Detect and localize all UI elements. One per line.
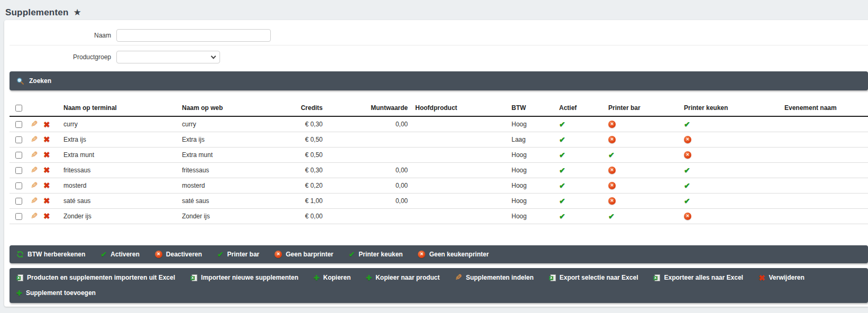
column-header-btw: BTW bbox=[508, 90, 556, 116]
row-checkbox[interactable] bbox=[15, 198, 22, 205]
button-label: Export selectie naar Excel bbox=[560, 274, 638, 281]
edit-row-icon[interactable]: ✎ bbox=[31, 166, 38, 174]
no-icon: ✕ bbox=[684, 136, 691, 143]
delete-row-icon[interactable]: ✖ bbox=[43, 166, 50, 174]
actions-toolbar-line-1: XProducten en supplementen importeren ui… bbox=[16, 270, 868, 286]
delete-row-icon[interactable]: ✖ bbox=[43, 151, 50, 159]
favorite-star-icon[interactable]: ★ bbox=[74, 8, 81, 17]
exporteer-alles-naar-excel-button[interactable]: XExporteer alles naar Excel bbox=[653, 274, 743, 281]
recalculate-icon bbox=[16, 251, 24, 258]
cell-printer-bar: ✕ bbox=[605, 193, 681, 208]
productgroep-select[interactable] bbox=[116, 51, 220, 63]
cell-naam-web: Extra ijs bbox=[178, 132, 296, 147]
cell-actief: ✔ bbox=[556, 208, 605, 224]
cell-printer-bar: ✕ bbox=[605, 116, 681, 132]
table-header-row: Naam op terminal Naam op web Credits Mun… bbox=[10, 90, 868, 116]
delete-row-icon[interactable]: ✖ bbox=[43, 121, 50, 128]
cell-printer-bar: ✕ bbox=[605, 162, 681, 178]
button-label: Kopieer naar product bbox=[376, 274, 440, 281]
svg-text:X: X bbox=[654, 276, 657, 280]
cell-naam-terminal: mosterd bbox=[55, 178, 178, 193]
edit-row-icon[interactable]: ✎ bbox=[31, 135, 38, 144]
cell-printer-bar: ✔ bbox=[605, 147, 681, 162]
naam-filter-row: Naam bbox=[4, 29, 868, 42]
cell-evenement-naam bbox=[781, 147, 868, 162]
row-checkbox[interactable] bbox=[15, 152, 22, 159]
cell-muntwaarde bbox=[327, 147, 412, 162]
button-label: Printer keuken bbox=[359, 251, 403, 258]
table-body: ✎✖currycurry€ 0,300,00Hoog✔✕✔✎✖Extra ijs… bbox=[10, 116, 868, 224]
filter-form: Naam Productgroep bbox=[4, 20, 868, 64]
cell-naam-web: mosterd bbox=[178, 178, 296, 193]
check-icon: ✔ bbox=[608, 151, 615, 159]
select-all-checkbox[interactable] bbox=[15, 105, 22, 112]
delete-row-icon[interactable]: ✖ bbox=[43, 212, 50, 220]
btw-herberekenen-button[interactable]: BTW herberekenen bbox=[16, 251, 85, 258]
export-selectie-naar-excel-button[interactable]: XExport selectie naar Excel bbox=[549, 274, 638, 281]
button-label: Importeer nieuwe supplementen bbox=[201, 274, 298, 281]
kopieer-naar-product-button[interactable]: ✚Kopieer naar product bbox=[366, 274, 440, 281]
edit-row-icon[interactable]: ✎ bbox=[31, 181, 38, 190]
printer-keuken-button[interactable]: ✔Printer keuken bbox=[349, 251, 403, 258]
edit-row-icon[interactable]: ✎ bbox=[31, 120, 38, 128]
cell-naam-terminal: saté saus bbox=[55, 193, 178, 208]
kopieren-button[interactable]: ✚Kopieren bbox=[314, 274, 351, 281]
cell-printer-keuken: ✕ bbox=[681, 147, 781, 162]
cell-evenement-naam bbox=[781, 162, 868, 178]
activeren-button[interactable]: ✔Activeren bbox=[100, 251, 139, 258]
geen-barprinter-button[interactable]: ✕Geen barprinter bbox=[275, 251, 333, 258]
cell-actief: ✔ bbox=[556, 116, 605, 132]
cell-btw: Laag bbox=[508, 132, 556, 147]
edit-row-icon[interactable]: ✎ bbox=[31, 151, 38, 159]
geen-keukenprinter-button[interactable]: ✕Geen keukenprinter bbox=[418, 251, 489, 258]
row-checkbox[interactable] bbox=[15, 136, 22, 143]
productgroep-label: Productgroep bbox=[4, 53, 116, 61]
plus-icon: ✚ bbox=[314, 274, 319, 281]
cell-naam-web: fritessaus bbox=[178, 162, 296, 178]
cell-printer-keuken: ✔ bbox=[681, 178, 781, 193]
cell-printer-keuken: ✕ bbox=[681, 132, 781, 147]
excel-icon: X bbox=[16, 274, 23, 281]
check-icon: ✔ bbox=[684, 197, 690, 205]
naam-input[interactable] bbox=[116, 29, 271, 42]
page-title: Supplementen bbox=[5, 7, 69, 18]
row-checkbox[interactable] bbox=[15, 121, 22, 128]
row-checkbox[interactable] bbox=[15, 167, 22, 174]
cell-printer-keuken: ✕ bbox=[681, 208, 781, 224]
excel-icon: X bbox=[549, 274, 556, 281]
cell-printer-bar: ✕ bbox=[605, 178, 681, 193]
row-checkbox[interactable] bbox=[15, 213, 22, 220]
printer-bar-button[interactable]: ✔Printer bar bbox=[217, 251, 259, 258]
check-icon: ✔ bbox=[608, 213, 615, 220]
cell-evenement-naam bbox=[781, 178, 868, 193]
plus-icon: ✚ bbox=[366, 274, 372, 281]
supplement-toevoegen-button[interactable]: ✚Supplement toevoegen bbox=[16, 289, 96, 297]
table-row: ✎✖saté saussaté saus€ 1,000,00Hoog✔✕✔ bbox=[10, 193, 868, 208]
importeer-nieuwe-supplementen-button[interactable]: XImporteer nieuwe supplementen bbox=[190, 274, 298, 281]
deactiveren-button[interactable]: ✕Deactiveren bbox=[155, 251, 202, 258]
cell-btw: Hoog bbox=[508, 116, 556, 132]
producten-en-supplementen-importeren-uit-excel-button[interactable]: XProducten en supplementen importeren ui… bbox=[16, 274, 175, 281]
svg-text:X: X bbox=[191, 276, 194, 280]
delete-row-icon[interactable]: ✖ bbox=[43, 181, 50, 189]
search-button[interactable]: Zoeken bbox=[10, 71, 868, 90]
cell-printer-bar: ✔ bbox=[605, 208, 681, 224]
table-row: ✎✖Extra muntExtra munt€ 0,50Hoog✔✔✕ bbox=[10, 147, 868, 162]
check-icon: ✔ bbox=[217, 251, 224, 258]
cell-naam-web: saté saus bbox=[178, 193, 296, 208]
edit-row-icon[interactable]: ✎ bbox=[31, 212, 38, 220]
row-checkbox[interactable] bbox=[15, 182, 22, 189]
table-row: ✎✖currycurry€ 0,300,00Hoog✔✕✔ bbox=[10, 116, 868, 132]
check-icon: ✔ bbox=[559, 121, 565, 128]
delete-row-icon[interactable]: ✖ bbox=[43, 197, 50, 205]
check-icon: ✔ bbox=[559, 151, 565, 159]
verwijderen-button[interactable]: ✖Verwijderen bbox=[759, 274, 805, 282]
delete-row-icon[interactable]: ✖ bbox=[43, 135, 50, 143]
cell-evenement-naam bbox=[781, 208, 868, 224]
no-icon: ✕ bbox=[608, 167, 616, 174]
cell-btw: Hoog bbox=[508, 162, 556, 178]
no-icon: ✕ bbox=[608, 136, 616, 143]
supplementen-indelen-button[interactable]: ✎Supplementen indelen bbox=[455, 273, 533, 282]
cell-hoofdproduct bbox=[412, 116, 508, 132]
edit-row-icon[interactable]: ✎ bbox=[31, 197, 38, 205]
